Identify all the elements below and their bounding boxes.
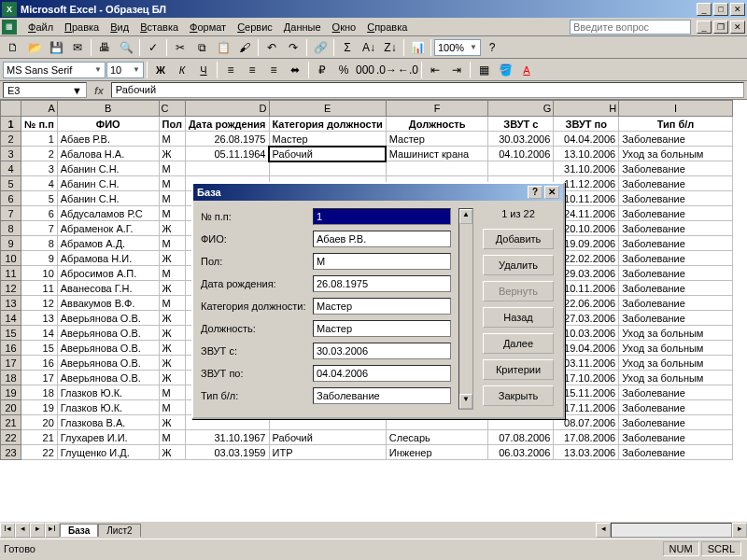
cell[interactable]: 04.04.2006 xyxy=(554,132,619,147)
cell[interactable]: Инженер xyxy=(386,445,488,460)
field-input-npp[interactable]: 1 xyxy=(313,208,451,225)
hscroll-track[interactable] xyxy=(611,523,732,538)
cell[interactable]: Ж xyxy=(159,371,185,385)
cell[interactable]: Абаев Р.В. xyxy=(57,132,159,147)
close-form-button[interactable]: Закрыть xyxy=(483,385,554,406)
cell[interactable]: 31.10.1967 xyxy=(185,430,269,445)
delete-button[interactable]: Удалить xyxy=(483,255,554,275)
cell[interactable]: Рабочий xyxy=(269,430,386,445)
row-header[interactable]: 4 xyxy=(1,161,21,176)
mdi-restore-button[interactable]: ❐ xyxy=(713,21,728,34)
cell[interactable]: Заболевание xyxy=(619,266,733,281)
column-header[interactable]: C xyxy=(159,101,185,117)
cell[interactable]: Аванесова Г.Н. xyxy=(57,281,159,296)
header-cell[interactable]: ЗВУТ с xyxy=(488,117,554,132)
cell[interactable]: Заболевание xyxy=(619,385,733,400)
row-header[interactable]: 15 xyxy=(1,326,21,341)
cell[interactable]: 18 xyxy=(21,385,58,400)
bold-icon[interactable]: Ж xyxy=(150,60,171,80)
row-header[interactable]: 18 xyxy=(1,371,21,385)
hscroll-left-icon[interactable]: ◂ xyxy=(596,523,611,538)
cell[interactable] xyxy=(488,161,554,176)
menu-item[interactable]: Правка xyxy=(59,20,105,35)
merge-icon[interactable]: ⬌ xyxy=(285,60,305,80)
cell[interactable]: М xyxy=(159,206,185,221)
cell[interactable]: 9 xyxy=(21,251,58,266)
menu-item[interactable]: Сервис xyxy=(232,20,278,35)
cell[interactable]: Заболевание xyxy=(619,206,733,221)
cell[interactable]: 12 xyxy=(21,296,58,311)
underline-icon[interactable]: Ч xyxy=(193,60,214,80)
cell[interactable] xyxy=(269,161,386,176)
font-name-combo[interactable]: MS Sans Serif▼ xyxy=(3,62,106,78)
name-box[interactable]: E3▼ xyxy=(3,82,87,98)
save-icon[interactable]: 💾 xyxy=(46,37,66,58)
cell[interactable]: 19 xyxy=(21,400,58,415)
cell[interactable]: Аввакумов В.Ф. xyxy=(57,296,159,311)
chart-icon[interactable]: 📊 xyxy=(407,37,428,58)
column-header[interactable]: E xyxy=(269,101,386,117)
row-header[interactable]: 14 xyxy=(1,311,21,326)
cell[interactable]: Абалова Н.А. xyxy=(57,147,159,161)
cell[interactable]: М xyxy=(159,385,185,400)
percent-icon[interactable]: % xyxy=(333,60,354,80)
cell[interactable]: 21 xyxy=(21,430,58,445)
dialog-titlebar[interactable]: База ? ✕ xyxy=(193,184,563,201)
hscroll-right-icon[interactable]: ▸ xyxy=(732,523,747,538)
cell[interactable]: Заболевание xyxy=(619,296,733,311)
cell[interactable]: М xyxy=(159,132,185,147)
cell[interactable]: Ж xyxy=(159,445,185,460)
cell[interactable]: 03.03.1959 xyxy=(185,445,269,460)
field-input-pol[interactable]: М xyxy=(313,253,451,270)
cell[interactable]: 8 xyxy=(21,236,58,251)
workbook-icon[interactable]: ▦ xyxy=(2,20,17,35)
new-icon[interactable]: 🗋 xyxy=(3,37,23,58)
header-cell[interactable]: № п.п xyxy=(21,117,58,132)
cell[interactable]: Ж xyxy=(159,326,185,341)
help-icon[interactable]: ? xyxy=(482,37,502,58)
menu-item[interactable]: Окно xyxy=(327,20,362,35)
minimize-button[interactable]: _ xyxy=(697,3,712,16)
row-header[interactable]: 3 xyxy=(1,147,21,161)
cell[interactable]: Ж xyxy=(159,281,185,296)
zoom-combo[interactable]: 100%▼ xyxy=(434,39,481,56)
cell[interactable]: Ж xyxy=(159,147,185,161)
cell[interactable]: Аверьянова О.В. xyxy=(57,356,159,371)
cell[interactable]: Ж xyxy=(159,251,185,266)
row-header[interactable]: 20 xyxy=(1,400,21,415)
scroll-down-icon[interactable]: ▼ xyxy=(459,394,472,409)
header-cell[interactable]: ЗВУТ по xyxy=(554,117,619,132)
comma-icon[interactable]: 000 xyxy=(355,60,375,80)
column-header[interactable]: D xyxy=(185,101,269,117)
field-input-s[interactable]: 30.03.2006 xyxy=(313,343,451,359)
inc-decimal-icon[interactable]: .0→ xyxy=(376,60,397,80)
ask-question-box[interactable] xyxy=(570,20,691,35)
cell[interactable]: Аверьянова О.В. xyxy=(57,326,159,341)
undo-icon[interactable]: ↶ xyxy=(261,37,282,58)
font-size-combo[interactable]: 10▼ xyxy=(106,62,144,78)
cut-icon[interactable]: ✂ xyxy=(170,37,190,58)
cell[interactable]: 07.08.2006 xyxy=(488,430,554,445)
sheet-tab-active[interactable]: База xyxy=(60,524,98,537)
cell[interactable]: Заболевание xyxy=(619,161,733,176)
header-cell[interactable]: Пол xyxy=(159,117,185,132)
cell[interactable]: Ж xyxy=(159,311,185,326)
cell[interactable]: Абанин С.Н. xyxy=(57,191,159,206)
sort-desc-icon[interactable]: Z↓ xyxy=(380,37,401,58)
next-button[interactable]: Далее xyxy=(483,333,554,354)
column-header[interactable]: I xyxy=(619,101,733,117)
field-input-kat[interactable]: Мастер xyxy=(313,298,451,315)
dialog-scrollbar[interactable]: ▲ ▼ xyxy=(458,208,473,410)
cell[interactable]: 31.10.2006 xyxy=(554,161,619,176)
cell[interactable]: 17 xyxy=(21,371,58,385)
header-cell[interactable]: Тип б/л xyxy=(619,117,733,132)
criteria-button[interactable]: Критерии xyxy=(483,359,554,380)
column-header[interactable]: H xyxy=(554,101,619,117)
cell[interactable]: Аверьянова О.В. xyxy=(57,341,159,356)
print-icon[interactable]: 🖶 xyxy=(94,37,115,58)
align-left-icon[interactable]: ≡ xyxy=(220,60,241,80)
cell[interactable]: Глазкова В.А. xyxy=(57,415,159,430)
cell[interactable]: М xyxy=(159,400,185,415)
column-header[interactable]: G xyxy=(488,101,554,117)
cell[interactable]: 22 xyxy=(21,445,58,460)
